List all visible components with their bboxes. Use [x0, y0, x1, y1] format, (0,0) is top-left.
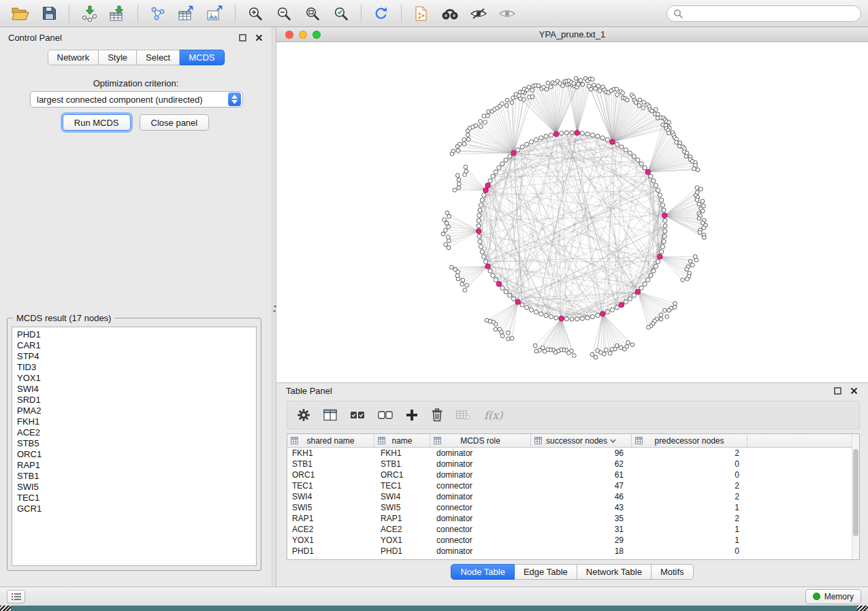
column-header-successor-nodes[interactable]: successor nodes — [531, 434, 632, 447]
mcds-result-item[interactable]: TID3 — [12, 362, 256, 373]
close-table-panel-button[interactable] — [850, 386, 858, 395]
table-cell: dominator — [430, 514, 531, 523]
zoom-in-button[interactable] — [242, 3, 269, 24]
mcds-result-item[interactable]: CAR1 — [12, 340, 256, 351]
column-header-mcds-role[interactable]: MCDS role — [430, 434, 531, 447]
zoom-selected-button[interactable] — [327, 3, 355, 24]
tab-mcds[interactable]: MCDS — [180, 50, 224, 65]
control-panel: Control Panel Network Style Select MCDS … — [0, 27, 272, 587]
save-session-button[interactable] — [35, 3, 63, 24]
deselect-all-rows-button[interactable] — [378, 410, 393, 420]
maximize-window-button[interactable] — [312, 31, 321, 39]
close-window-button[interactable] — [285, 31, 293, 39]
run-mcds-button[interactable]: Run MCDS — [63, 114, 131, 131]
tab-network-table[interactable]: Network Table — [577, 564, 652, 580]
function-builder-button[interactable]: f(x) — [484, 409, 502, 422]
float-table-panel-button[interactable] — [833, 386, 842, 395]
mcds-result-item[interactable]: ORC1 — [12, 449, 256, 460]
table-row[interactable]: SWI5SWI5connector431 — [287, 502, 859, 513]
search-input[interactable] — [687, 8, 854, 18]
mcds-result-item[interactable]: RAP1 — [12, 460, 256, 471]
mcds-result-item[interactable]: STB1 — [12, 471, 256, 482]
import-network-button[interactable] — [76, 3, 103, 24]
memory-button[interactable]: Memory — [805, 589, 861, 604]
table-row[interactable]: ACE2ACE2connector311 — [287, 524, 859, 535]
tab-node-table[interactable]: Node Table — [451, 564, 515, 580]
table-cell: ACE2 — [374, 525, 430, 534]
mcds-result-item[interactable]: SWI4 — [12, 384, 256, 395]
close-panel-button[interactable] — [255, 33, 263, 42]
mcds-result-item[interactable]: TEC1 — [12, 493, 256, 503]
tab-motifs[interactable]: Motifs — [652, 564, 694, 580]
mcds-result-item[interactable]: SWI5 — [12, 482, 256, 493]
mcds-result-item[interactable]: GCR1 — [12, 503, 256, 514]
column-header-shared-name[interactable]: shared name — [287, 434, 374, 447]
table-row[interactable]: STB1STB1dominator620 — [287, 459, 859, 469]
table-row[interactable]: FKH1FKH1dominator962 — [287, 448, 859, 459]
table-cell: 35 — [531, 514, 632, 523]
mcds-result-list[interactable]: PHD1CAR1STP4TID3YOX1SWI4SRD1PMA2FKH1ACE2… — [12, 327, 257, 566]
tab-select[interactable]: Select — [137, 50, 180, 65]
table-settings-button[interactable] — [297, 408, 310, 422]
add-column-button[interactable] — [406, 409, 418, 421]
tab-style[interactable]: Style — [99, 50, 137, 65]
zoom-out-button[interactable] — [270, 3, 298, 24]
panel-splitter[interactable]: ◂▸ — [272, 27, 276, 587]
table-cell: 2 — [632, 514, 748, 523]
import-table-button[interactable] — [104, 3, 131, 24]
float-icon — [834, 387, 841, 395]
mcds-result-item[interactable]: STP4 — [12, 351, 256, 362]
table-scrollbar[interactable] — [852, 434, 859, 559]
column-header-name[interactable]: name — [374, 434, 430, 447]
table-row[interactable]: SWI4SWI4dominator462 — [287, 491, 859, 502]
mcds-result-item[interactable]: FKH1 — [12, 416, 256, 427]
table-cell: ORC1 — [287, 470, 374, 480]
criterion-dropdown[interactable]: largest connected component (undirected) — [30, 91, 243, 108]
apply-layout-button[interactable] — [368, 3, 395, 24]
table-scrollbar-thumb[interactable] — [853, 449, 858, 536]
resize-grip-icon[interactable] — [857, 606, 868, 611]
table-cell: FKH1 — [287, 448, 374, 458]
delete-table-button-disabled[interactable] — [456, 409, 471, 421]
table-cell: dominator — [430, 546, 531, 556]
new-network-button[interactable] — [144, 3, 172, 24]
column-header-label: shared name — [306, 436, 354, 446]
zoom-fit-button[interactable] — [299, 3, 326, 24]
network-canvas[interactable] — [276, 42, 868, 382]
open-session-button[interactable] — [7, 3, 34, 24]
column-header-predecessor-nodes[interactable]: predecessor nodes — [632, 434, 748, 447]
show-all-button[interactable] — [494, 3, 521, 24]
table-row[interactable]: YOX1YOX1connector291 — [287, 535, 859, 546]
tab-network[interactable]: Network — [47, 50, 99, 65]
table-row[interactable]: ORC1ORC1dominator610 — [287, 469, 859, 480]
resize-grip-icon[interactable] — [0, 606, 11, 611]
network-graph[interactable] — [276, 42, 868, 382]
mcds-result-item[interactable]: ACE2 — [12, 427, 256, 438]
tab-edge-table[interactable]: Edge Table — [515, 564, 577, 580]
float-panel-button[interactable] — [238, 33, 247, 42]
export-image-button[interactable] — [202, 3, 229, 24]
mcds-result-item[interactable]: STB5 — [12, 438, 256, 449]
table-row[interactable]: TEC1TEC1connector472 — [287, 480, 859, 491]
mcds-result-item[interactable]: PMA2 — [12, 406, 256, 416]
select-all-rows-button[interactable] — [350, 410, 365, 420]
table-cell: 1 — [632, 535, 748, 545]
find-button[interactable] — [436, 3, 464, 24]
clone-network-button[interactable] — [408, 3, 435, 24]
mcds-result-item[interactable]: YOX1 — [12, 373, 256, 384]
minimize-window-button[interactable] — [299, 31, 307, 39]
hide-selected-button[interactable] — [465, 3, 492, 24]
node-table: shared name name MCDS role successo — [287, 433, 860, 560]
show-columns-button[interactable] — [323, 408, 337, 422]
table-row[interactable]: PHD1PHD1dominator180 — [287, 546, 859, 557]
table-cell: ORC1 — [374, 470, 430, 480]
export-table-button[interactable] — [173, 3, 200, 24]
mcds-result-item[interactable]: SRD1 — [12, 395, 256, 406]
task-history-button[interactable] — [7, 590, 25, 604]
close-mcds-panel-button[interactable]: Close panel — [140, 114, 210, 131]
table-cell: 61 — [531, 470, 632, 480]
search-field[interactable] — [666, 5, 861, 22]
mcds-result-item[interactable]: PHD1 — [12, 329, 256, 340]
delete-column-button[interactable] — [431, 408, 443, 422]
table-row[interactable]: RAP1RAP1dominator352 — [287, 513, 859, 524]
